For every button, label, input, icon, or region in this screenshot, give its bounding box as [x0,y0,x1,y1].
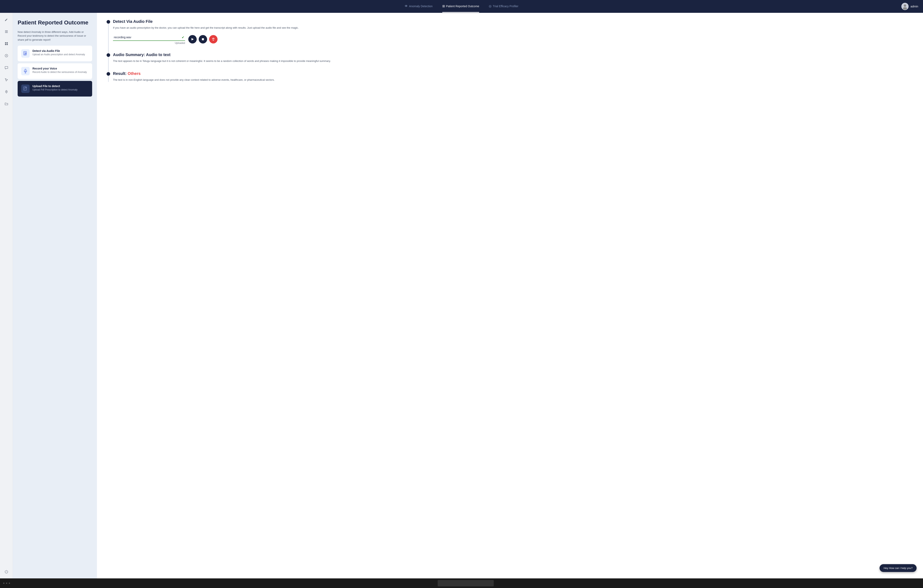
audio-summary-description: The text appears to be in Telugu languag… [113,59,913,63]
record-voice-icon [21,67,30,75]
menu-card-record-voice[interactable]: Record your Voice Record Audio to detect… [18,63,92,79]
stop-button[interactable] [199,35,207,43]
audio-file-title: Detect via Audio File [33,49,85,53]
svg-rect-6 [5,42,6,43]
record-voice-subtitle: Record Audio to detect the seriousness o… [33,71,87,74]
svg-rect-4 [5,31,8,32]
upload-pdf-content: Upload File to detect Upload Pdf Prescri… [33,84,77,92]
svg-rect-15 [25,69,26,72]
bottom-dot-2 [6,583,7,584]
username-label: admin [911,5,918,8]
svg-point-2 [903,7,907,10]
sidebar-icon-chat[interactable] [3,64,10,71]
menu-card-upload-pdf[interactable]: Upload File to detect Upload Pdf Prescri… [18,81,92,97]
nav-tabs: 👁 Anomaly Detection ⊞ Patient Reported O… [405,0,518,13]
sidebar-icon-list[interactable] [3,28,10,35]
file-input-row: ✔ [113,34,185,41]
right-content: Detect Via Audio File If you have an aud… [97,13,923,578]
section-result: Result: Others The text is in non-Englis… [113,71,913,82]
svg-point-11 [6,55,7,56]
record-voice-title: Record your Voice [33,67,87,70]
sidebar-icon-folder[interactable] [3,100,10,107]
file-input[interactable] [113,34,185,41]
sidebar-icon-compass[interactable] [3,52,10,59]
audio-file-icon [21,49,30,57]
upload-pdf-icon [21,84,30,93]
svg-point-14 [25,54,25,55]
check-icon: ✔ [182,35,184,39]
record-voice-content: Record your Voice Record Audio to detect… [33,67,87,74]
panel-title: Patient Reported Outcome [18,19,92,26]
sidebar-icon-cursor[interactable] [3,76,10,83]
uploaded-label: Uploaded [113,42,185,44]
timeline: Detect Via Audio File If you have an aud… [107,19,913,82]
detect-audio-title: Detect Via Audio File [113,19,913,24]
audio-summary-title: Audio Summary: Audio to text [113,53,913,57]
svg-point-1 [904,4,906,7]
sidebar-icon-edit[interactable] [3,16,10,23]
result-prefix: Result: [113,71,128,76]
left-panel: Patient Reported Outcome Now detect Anom… [13,13,97,578]
upload-pdf-title: Upload File to detect [33,84,77,88]
sidebar-icon-rocket[interactable] [3,88,10,95]
menu-card-audio-file[interactable]: Detect via Audio File Upload an Audio pr… [18,46,92,61]
audio-controls [188,35,218,43]
svg-rect-5 [5,33,8,33]
bottom-dot-3 [9,583,10,584]
panel-description: Now detect Anomaly in three different wa… [18,30,92,42]
user-area: admin [902,3,918,10]
section-audio-summary: Audio Summary: Audio to text The text ap… [113,53,913,63]
eye-icon: 👁 [405,4,408,8]
bottom-bar [0,578,923,588]
result-value: Others [128,71,140,76]
svg-rect-9 [7,44,8,45]
tab-trial-efficacy-profiler[interactable]: ◎ Trial Efficacy Profiler [489,0,518,13]
sidebar-icon-power[interactable] [3,568,10,575]
bottom-dot-1 [3,583,4,584]
svg-rect-3 [5,30,8,31]
main-layout: Patient Reported Outcome Now detect Anom… [0,13,923,578]
top-navigation: 👁 Anomaly Detection ⊞ Patient Reported O… [0,0,923,13]
icon-sidebar [0,13,13,578]
timeline-dot-2 [107,53,110,57]
svg-rect-17 [202,38,204,40]
audio-file-content: Detect via Audio File Upload an Audio pr… [33,49,85,56]
bottom-center-bar [438,580,494,586]
svg-point-12 [6,91,7,92]
menu-items: Detect via Audio File Upload an Audio pr… [18,46,92,97]
target-icon: ◎ [489,4,491,8]
play-button[interactable] [188,35,197,43]
tab-anomaly-detection[interactable]: 👁 Anomaly Detection [405,0,433,13]
chatbot-button[interactable]: Hey How can I help you? [880,564,916,572]
delete-button[interactable] [209,35,218,43]
result-description: The text is in non-English language and … [113,78,913,82]
file-upload-area: ✔ Uploaded [113,34,913,44]
sidebar-icon-grid[interactable] [3,40,10,47]
audio-file-subtitle: Upload an Audio prescription and detect … [33,53,85,56]
timeline-dot-1 [107,20,110,24]
result-label: Result: Others [113,71,913,76]
tab-patient-reported-outcome[interactable]: ⊞ Patient Reported Outcome [442,0,480,13]
upload-pdf-subtitle: Upload Pdf Prescription to detect Anomal… [33,88,77,92]
detect-audio-description: If you have an audio prescription by the… [113,26,913,30]
svg-rect-8 [5,44,6,45]
file-input-wrapper: ✔ Uploaded [113,34,185,44]
avatar [902,3,908,10]
grid-icon: ⊞ [442,4,445,8]
timeline-dot-3 [107,72,110,76]
section-detect-audio: Detect Via Audio File If you have an aud… [113,19,913,44]
svg-rect-7 [7,42,8,43]
